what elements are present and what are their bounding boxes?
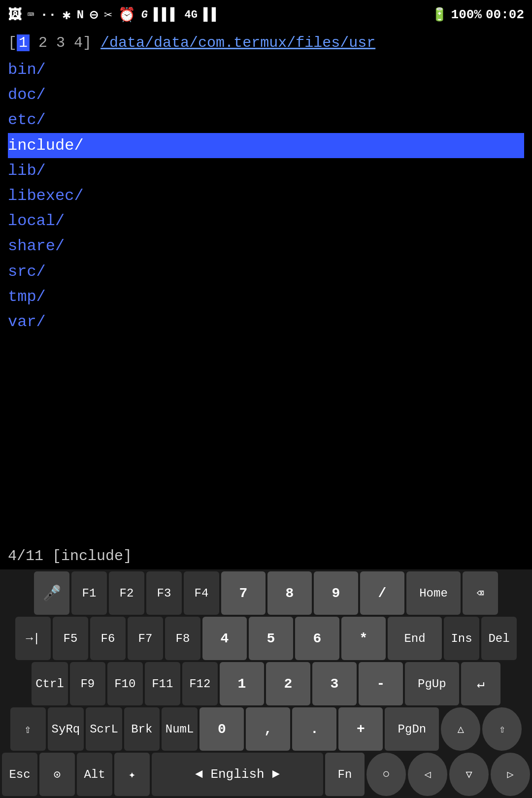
num3-key[interactable]: 3 bbox=[312, 662, 357, 705]
tab-1[interactable]: 1 bbox=[17, 34, 30, 51]
dot-key[interactable]: . bbox=[292, 707, 336, 751]
bluetooth-icon: ✱ bbox=[63, 6, 71, 23]
num0-key[interactable]: 0 bbox=[200, 707, 244, 751]
f11-key[interactable]: F11 bbox=[145, 662, 180, 705]
keyboard-row: 🎤F1F2F3F4789/Home⌫ bbox=[2, 571, 530, 615]
pgdn-key[interactable]: PgDn bbox=[385, 707, 439, 751]
down-key[interactable]: ▽ bbox=[449, 753, 489, 796]
f7-key[interactable]: F7 bbox=[128, 617, 163, 660]
tab-separator: 2 3 4] bbox=[30, 34, 92, 51]
tab-bar: [1 2 3 4] /data/data/com.termux/files/us… bbox=[8, 34, 524, 51]
esc-key[interactable]: Esc bbox=[2, 753, 37, 796]
dir-item-share[interactable]: share/ bbox=[8, 233, 524, 259]
star-key[interactable]: * bbox=[341, 617, 386, 660]
keyboard-row: →|F5F6F7F8456*EndInsDel bbox=[2, 617, 530, 660]
signal2-icon: ▌▌ bbox=[203, 7, 220, 23]
status-line: 4/11 [include] bbox=[0, 543, 532, 569]
back-key[interactable]: ◁ bbox=[408, 753, 447, 796]
dir-item-lib[interactable]: lib/ bbox=[8, 158, 524, 183]
dots-icon: ·· bbox=[40, 7, 57, 23]
dir-item-local[interactable]: local/ bbox=[8, 208, 524, 233]
circle-key[interactable]: ⊙ bbox=[39, 753, 75, 796]
battery-percent: 100% bbox=[451, 7, 482, 22]
numl-key[interactable]: NumL bbox=[162, 707, 198, 751]
num5-key[interactable]: 5 bbox=[249, 617, 293, 660]
f1-key[interactable]: F1 bbox=[71, 571, 107, 615]
f3-key[interactable]: F3 bbox=[146, 571, 182, 615]
status-bar: 🖼 ⌨ ·· ✱ N ⊖ ✂ ⏰ G ▌▌▌ 4G ▌▌ 🔋 100% 00:0… bbox=[0, 0, 532, 30]
alarm-icon: ⏰ bbox=[118, 6, 135, 23]
signal-icon: ▌▌▌ bbox=[154, 7, 178, 23]
del-key[interactable]: Del bbox=[481, 617, 517, 660]
language-key[interactable]: ◄ English ► bbox=[152, 753, 323, 796]
comma-key[interactable]: , bbox=[246, 707, 290, 751]
tools-icon: ✂ bbox=[104, 6, 112, 23]
num4-key[interactable]: 4 bbox=[202, 617, 247, 660]
backspace-key[interactable]: ⌫ bbox=[463, 571, 498, 615]
dir-item-libexec[interactable]: libexec/ bbox=[8, 183, 524, 208]
star2-key[interactable]: ✦ bbox=[114, 753, 150, 796]
dir-item-etc[interactable]: etc/ bbox=[8, 107, 524, 133]
num2-key[interactable]: 2 bbox=[266, 662, 310, 705]
tab-key[interactable]: →| bbox=[15, 617, 51, 660]
f10-key[interactable]: F10 bbox=[107, 662, 143, 705]
forward-key[interactable]: ▷ bbox=[491, 753, 530, 796]
ctrl-key[interactable]: Ctrl bbox=[32, 662, 68, 705]
minus-key[interactable]: - bbox=[359, 662, 403, 705]
status-right: 🔋 100% 00:02 bbox=[432, 7, 524, 23]
num1-key[interactable]: 1 bbox=[220, 662, 264, 705]
directory-listing: bin/doc/etc/include/lib/libexec/local/sh… bbox=[8, 57, 524, 334]
num6-key[interactable]: 6 bbox=[295, 617, 339, 660]
battery-icon: 🔋 bbox=[432, 7, 447, 23]
4g-icon: 4G bbox=[184, 9, 197, 21]
g-letter: G bbox=[141, 9, 148, 21]
current-path: /data/data/com.termux/files/usr bbox=[100, 34, 375, 51]
dir-item-bin[interactable]: bin/ bbox=[8, 57, 524, 82]
f9-key[interactable]: F9 bbox=[70, 662, 105, 705]
f8-key[interactable]: F8 bbox=[165, 617, 200, 660]
scrl-key[interactable]: ScrL bbox=[86, 707, 122, 751]
slash-key[interactable]: / bbox=[360, 571, 404, 615]
dir-item-doc[interactable]: doc/ bbox=[8, 82, 524, 107]
bracket-open: [ bbox=[8, 34, 17, 51]
syrq-key[interactable]: SyRq bbox=[48, 707, 84, 751]
num9-key[interactable]: 9 bbox=[314, 571, 358, 615]
dir-item-src[interactable]: src/ bbox=[8, 259, 524, 284]
fn-key[interactable]: Fn bbox=[325, 753, 365, 796]
terminal-area[interactable]: [1 2 3 4] /data/data/com.termux/files/us… bbox=[0, 30, 532, 543]
home-circle-key[interactable]: ○ bbox=[366, 753, 406, 796]
end-key[interactable]: End bbox=[388, 617, 442, 660]
f2-key[interactable]: F2 bbox=[109, 571, 144, 615]
ins-key[interactable]: Ins bbox=[444, 617, 479, 660]
keyboard-icon: ⌨ bbox=[28, 8, 34, 22]
brk-key[interactable]: Brk bbox=[124, 707, 160, 751]
keyboard[interactable]: 🎤F1F2F3F4789/Home⌫→|F5F6F7F8456*EndInsDe… bbox=[0, 569, 532, 798]
dir-item-include[interactable]: include/ bbox=[8, 133, 524, 158]
num7-key[interactable]: 7 bbox=[221, 571, 266, 615]
dnd-icon: ⊖ bbox=[90, 6, 98, 23]
num8-key[interactable]: 8 bbox=[267, 571, 312, 615]
f4-key[interactable]: F4 bbox=[184, 571, 219, 615]
dir-item-tmp[interactable]: tmp/ bbox=[8, 284, 524, 309]
photo-icon: 🖼 bbox=[8, 6, 22, 23]
status-icons-left: 🖼 ⌨ ·· ✱ N ⊖ ✂ ⏰ G ▌▌▌ 4G ▌▌ bbox=[8, 6, 220, 23]
f12-key[interactable]: F12 bbox=[182, 662, 218, 705]
enter-key[interactable]: ↵ bbox=[461, 662, 500, 705]
home-key[interactable]: Home bbox=[406, 571, 461, 615]
alt-key[interactable]: Alt bbox=[77, 753, 112, 796]
keyboard-row: Esc⊙Alt✦◄ English ►Fn○◁▽▷ bbox=[2, 753, 530, 796]
mic-key[interactable]: 🎤 bbox=[34, 571, 69, 615]
pgup-key[interactable]: PgUp bbox=[405, 662, 459, 705]
dir-item-var[interactable]: var/ bbox=[8, 309, 524, 334]
f6-key[interactable]: F6 bbox=[90, 617, 126, 660]
shift2-key[interactable]: ⇧ bbox=[482, 707, 522, 751]
nfc-icon: N bbox=[77, 8, 84, 22]
time-display: 00:02 bbox=[486, 7, 524, 22]
shift-key[interactable]: ⇧ bbox=[10, 707, 46, 751]
plus-key[interactable]: + bbox=[338, 707, 383, 751]
up-key[interactable]: △ bbox=[441, 707, 480, 751]
keyboard-row: CtrlF9F10F11F12123-PgUp↵ bbox=[2, 662, 530, 705]
keyboard-row: ⇧SyRqScrLBrkNumL0,.+PgDn△⇧ bbox=[2, 707, 530, 751]
f5-key[interactable]: F5 bbox=[53, 617, 88, 660]
